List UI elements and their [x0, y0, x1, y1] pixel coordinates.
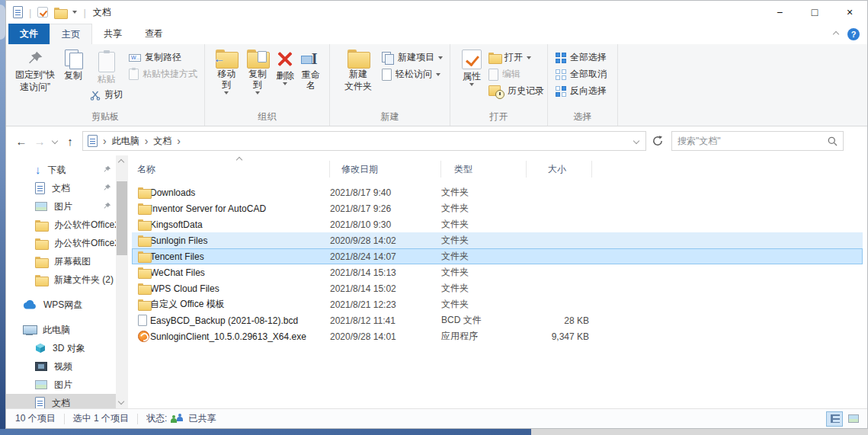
- paste-shortcut-icon: [129, 69, 139, 80]
- properties-icon: [462, 50, 482, 69]
- column-header-type[interactable]: 类型: [441, 161, 527, 178]
- invert-selection-button[interactable]: 反向选择: [553, 83, 610, 99]
- scroll-up-icon[interactable]: [118, 159, 124, 165]
- qat-dropdown-icon[interactable]: [72, 11, 77, 14]
- status-label: 状态:: [146, 412, 167, 425]
- minimize-button[interactable]: −: [762, 1, 797, 24]
- sidebar-scrollbar[interactable]: [116, 155, 128, 408]
- close-button[interactable]: ×: [832, 1, 867, 24]
- sidebar-item-3d-objects[interactable]: 3D 对象: [6, 339, 116, 357]
- copy-to-button[interactable]: 复制到: [242, 48, 274, 96]
- sidebar-item-documents[interactable]: 文档: [6, 394, 116, 408]
- rename-icon: I: [301, 50, 321, 68]
- new-item-button[interactable]: 新建项目: [379, 50, 446, 66]
- film-icon: [35, 362, 47, 371]
- sidebar-item-videos[interactable]: 视频: [6, 357, 116, 376]
- file-row[interactable]: WeChat Files 2021/8/14 15:13 文件夹: [132, 264, 863, 280]
- sidebar-item-wps-cloud[interactable]: WPS网盘: [6, 296, 116, 314]
- sidebar-item-office-folder-1[interactable]: 办公软件Office2: [6, 216, 116, 234]
- breadcrumb-documents[interactable]: 文档: [153, 135, 171, 148]
- sidebar-item-documents-quick[interactable]: 文档: [6, 179, 116, 197]
- paste-button[interactable]: 粘贴: [87, 50, 126, 86]
- column-header-name[interactable]: 名称: [132, 161, 330, 178]
- new-folder-qat-icon[interactable]: [54, 8, 66, 18]
- search-box[interactable]: [671, 131, 844, 151]
- recent-locations-dropdown-icon[interactable]: [49, 139, 61, 143]
- tab-file[interactable]: 文件: [8, 24, 50, 44]
- sidebar-item-downloads[interactable]: ↓ 下载: [6, 161, 116, 179]
- new-folder-button[interactable]: 新建 文件夹: [341, 48, 376, 93]
- ribbon-group-select: 全部选择 全部取消 反向选择 选择: [548, 44, 618, 126]
- pin-icon: [103, 184, 111, 192]
- file-row[interactable]: SunloginClient_10.5.0.29613_X64.exe 2020…: [132, 328, 863, 344]
- address-bar[interactable]: › 此电脑 › 文档 ›: [82, 131, 646, 151]
- scrollbar-thumb[interactable]: [117, 181, 127, 255]
- ribbon-group-organize: ← 移动到 复制到 删除 I 重命名: [205, 44, 330, 126]
- file-row[interactable]: 自定义 Office 模板 2021/8/21 12:23 文件夹: [132, 296, 863, 312]
- group-label-open: 打开: [450, 110, 547, 123]
- select-none-icon: [556, 69, 566, 80]
- copy-path-button[interactable]: W… 复制路径: [126, 50, 200, 66]
- details-view-button[interactable]: [826, 411, 843, 427]
- column-header-size[interactable]: 大小: [527, 161, 592, 178]
- file-row-hovered[interactable]: Sunlogin Files 2020/9/28 14:02 文件夹: [132, 232, 863, 248]
- file-row[interactable]: WPS Cloud Files 2021/8/14 15:02 文件夹: [132, 280, 863, 296]
- delete-dropdown-icon: [283, 82, 287, 85]
- search-icon: [828, 136, 838, 146]
- file-row[interactable]: KingsoftData 2021/8/10 9:30 文件夹: [132, 216, 863, 232]
- new-folder-icon: [348, 50, 369, 67]
- sidebar-item-this-pc[interactable]: 此电脑: [6, 321, 116, 339]
- cut-button[interactable]: 剪切: [87, 87, 126, 103]
- address-dropdown-icon[interactable]: [627, 139, 645, 143]
- tab-view[interactable]: 查看: [133, 24, 175, 44]
- folder-icon: [138, 267, 150, 277]
- properties-button[interactable]: 属性: [458, 48, 485, 88]
- pin-to-quick-access-button[interactable]: 固定到“快 速访问”: [11, 48, 59, 94]
- file-row[interactable]: Downloads 2021/8/17 9:40 文件夹: [132, 184, 863, 200]
- sidebar-item-office-folder-2[interactable]: 办公软件Office2: [6, 234, 116, 252]
- ribbon-group-new: 新建 文件夹 新建项目 轻松访问 新建: [330, 44, 450, 126]
- folder-icon: [138, 187, 150, 197]
- tab-share[interactable]: 共享: [92, 24, 133, 44]
- rename-button[interactable]: I 重命名: [297, 48, 326, 92]
- copy-button[interactable]: 复制: [59, 48, 87, 82]
- sidebar-item-pictures[interactable]: 图片: [6, 376, 116, 394]
- status-bar: 10 个项目 选中 1 个项目 状态: 已共享: [6, 408, 867, 428]
- history-button[interactable]: 历史记录: [485, 83, 547, 99]
- open-button[interactable]: 打开: [485, 50, 547, 66]
- file-row[interactable]: Inventor Server for AutoCAD 2021/8/17 9:…: [132, 200, 863, 216]
- details-view-icon: [831, 414, 840, 423]
- move-to-button[interactable]: ← 移动到: [211, 48, 242, 96]
- column-header-date[interactable]: 修改日期: [330, 161, 441, 178]
- sidebar-item-new-folder[interactable]: 新建文件夹 (2): [6, 270, 116, 289]
- refresh-button[interactable]: [647, 131, 668, 151]
- file-row-selected[interactable]: Tencent Files 2021/8/24 14:07 文件夹: [132, 248, 863, 264]
- sidebar-item-pictures-quick[interactable]: 图片: [6, 197, 116, 216]
- help-icon[interactable]: ?: [847, 28, 860, 40]
- thumbnails-view-button[interactable]: [845, 411, 862, 427]
- scroll-down-icon[interactable]: [118, 398, 124, 405]
- tab-home[interactable]: 主页: [50, 24, 92, 44]
- breadcrumb-this-pc[interactable]: 此电脑: [112, 135, 139, 148]
- edit-button[interactable]: 编辑: [485, 66, 547, 82]
- sidebar-item-screenshots[interactable]: 屏幕截图: [6, 252, 116, 270]
- open-icon: [488, 53, 501, 62]
- search-input[interactable]: [677, 136, 828, 146]
- separator: |: [29, 7, 31, 18]
- properties-qat-icon[interactable]: [37, 7, 48, 18]
- easy-access-button[interactable]: 轻松访问: [379, 66, 446, 82]
- select-all-button[interactable]: 全部选择: [553, 50, 610, 66]
- file-row[interactable]: EasyBCD_Backup (2021-08-12).bcd 2021/8/1…: [132, 312, 863, 328]
- collapse-ribbon-icon[interactable]: [833, 30, 839, 37]
- up-button[interactable]: ↑: [61, 135, 79, 148]
- select-none-button[interactable]: 全部取消: [553, 66, 610, 82]
- back-button[interactable]: ←: [12, 135, 30, 148]
- group-label-clipboard: 剪贴板: [6, 110, 204, 123]
- paste-shortcut-button[interactable]: 粘贴快捷方式: [126, 66, 200, 82]
- forward-button[interactable]: →: [30, 135, 49, 148]
- maximize-button[interactable]: □: [797, 1, 832, 24]
- delete-button[interactable]: 删除: [273, 48, 297, 87]
- ribbon-group-clipboard: 固定到“快 速访问” 复制 粘贴 剪切: [6, 44, 205, 126]
- pin-icon: [103, 202, 111, 210]
- window-title: 文档: [93, 6, 111, 19]
